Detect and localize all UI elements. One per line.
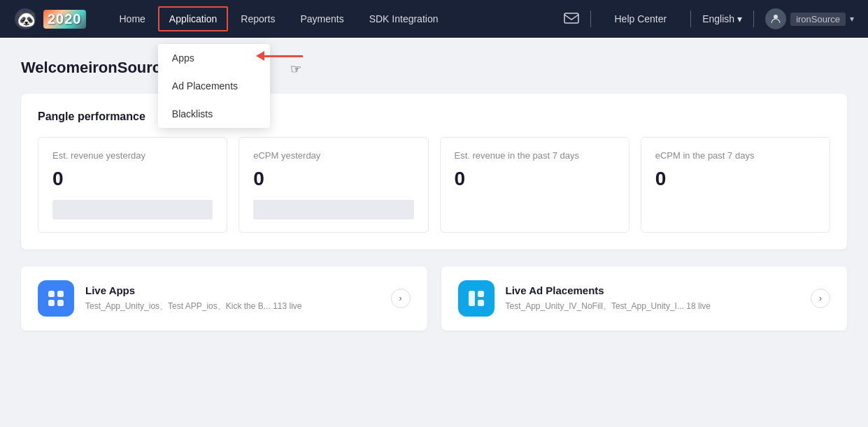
lang-label: English — [702, 13, 734, 24]
svg-rect-5 — [57, 291, 64, 297]
ad-placements-grid-icon — [467, 289, 486, 308]
avatar-btn[interactable]: ironSource ▾ — [765, 8, 854, 29]
year-badge: 2020 — [43, 10, 86, 29]
stat-label-0: Est. revenue yesterday — [52, 150, 213, 161]
svg-rect-6 — [48, 300, 55, 306]
nav-right: Help Center English ▾ ironSource ▾ — [564, 0, 855, 38]
svg-point-3 — [774, 15, 778, 19]
message-icon-btn[interactable] — [564, 13, 579, 25]
nav-item-payments[interactable]: Payments — [287, 0, 356, 38]
message-icon — [564, 13, 579, 25]
live-apps-icon — [38, 280, 74, 317]
nav-item-application[interactable]: Application — [158, 6, 229, 31]
user-chevron-icon: ▾ — [850, 14, 854, 24]
pangle-logo-icon: 🐼 — [14, 8, 36, 30]
application-nav-wrapper: Application Apps Ad Placements Blacklist… — [158, 6, 229, 31]
live-apps-subtitle: Test_App_Unity_ios、Test APP_ios、Kick the… — [85, 301, 380, 312]
live-ad-placements-title: Live Ad Placements — [506, 284, 800, 296]
svg-rect-4 — [48, 291, 55, 297]
live-ad-placements-icon — [458, 280, 495, 317]
user-icon — [770, 13, 781, 24]
stat-card-2: Est. revenue in the past 7 days 0 — [440, 137, 629, 233]
user-name-badge: ironSource — [790, 13, 846, 26]
language-selector[interactable]: English ▾ — [702, 13, 742, 24]
stat-label-2: Est. revenue in the past 7 days — [455, 150, 615, 161]
avatar — [765, 8, 786, 29]
chevron-down-icon: ▾ — [737, 13, 742, 24]
live-ad-placements-card: Live Ad Placements Test_App_Unity_IV_NoF… — [441, 266, 848, 331]
live-ad-placements-info: Live Ad Placements Test_App_Unity_IV_NoF… — [506, 284, 800, 312]
live-apps-card: Live Apps Test_App_Unity_ios、Test APP_io… — [21, 266, 427, 331]
live-ad-placements-subtitle: Test_App_Unity_IV_NoFill、Test_App_Unity_… — [506, 301, 800, 312]
nav-item-reports[interactable]: Reports — [228, 0, 287, 38]
live-apps-arrow-btn[interactable]: › — [391, 289, 411, 308]
bottom-grid: Live Apps Test_App_Unity_ios、Test APP_io… — [21, 266, 847, 331]
main-content: WelcomeironSource Pangle performance Est… — [0, 38, 868, 352]
chevron-right-icon: › — [399, 294, 402, 303]
nav-item-home[interactable]: Home — [107, 0, 158, 38]
nav-item-sdk-integration[interactable]: SDK Integration — [357, 0, 451, 38]
svg-rect-7 — [57, 300, 64, 306]
application-dropdown: Apps Ad Placements Blacklists — [158, 44, 270, 128]
help-center-btn[interactable]: Help Center — [602, 0, 680, 38]
navbar: 🐼 2020 Home Application Apps Ad Placemen… — [0, 0, 868, 38]
performance-title: Pangle performance — [38, 110, 830, 123]
svg-rect-8 — [469, 291, 475, 306]
stat-value-2: 0 — [455, 168, 615, 190]
dropdown-item-apps[interactable]: Apps — [158, 44, 270, 72]
stat-value-3: 0 — [655, 168, 816, 190]
stat-label-3: eCPM in the past 7 days — [655, 150, 816, 161]
dropdown-item-blacklists[interactable]: Blacklists — [158, 100, 270, 128]
live-apps-title: Live Apps — [85, 284, 380, 296]
brand: 🐼 2020 — [14, 8, 86, 30]
dropdown-item-ad-placements[interactable]: Ad Placements — [158, 72, 270, 100]
stat-chart-0 — [52, 200, 213, 219]
nav-divider-2 — [690, 10, 691, 27]
welcome-heading: WelcomeironSource — [21, 59, 847, 77]
stat-card-3: eCPM in the past 7 days 0 — [641, 137, 830, 233]
stat-card-1: eCPM yesterday 0 — [239, 137, 428, 233]
apps-grid-icon — [46, 289, 66, 308]
stats-grid: Est. revenue yesterday 0 eCPM yesterday … — [38, 137, 830, 233]
stat-value-0: 0 — [52, 168, 213, 190]
chevron-right-icon-2: › — [819, 294, 822, 303]
svg-text:🐼: 🐼 — [17, 10, 36, 29]
stat-chart-1 — [253, 200, 413, 219]
live-apps-info: Live Apps Test_App_Unity_ios、Test APP_io… — [85, 284, 380, 312]
nav-items: Home Application Apps Ad Placements Blac… — [107, 0, 564, 38]
svg-rect-10 — [478, 300, 484, 306]
stat-label-1: eCPM yesterday — [253, 150, 413, 161]
nav-divider-1 — [590, 10, 591, 27]
nav-divider-3 — [753, 10, 754, 27]
stat-card-0: Est. revenue yesterday 0 — [38, 137, 227, 233]
svg-rect-9 — [478, 291, 484, 297]
pangle-logo: 🐼 — [14, 8, 36, 30]
stat-value-1: 0 — [253, 168, 413, 190]
performance-section: Pangle performance Est. revenue yesterda… — [21, 94, 847, 249]
svg-rect-2 — [564, 13, 578, 23]
live-ad-placements-arrow-btn[interactable]: › — [811, 289, 830, 308]
